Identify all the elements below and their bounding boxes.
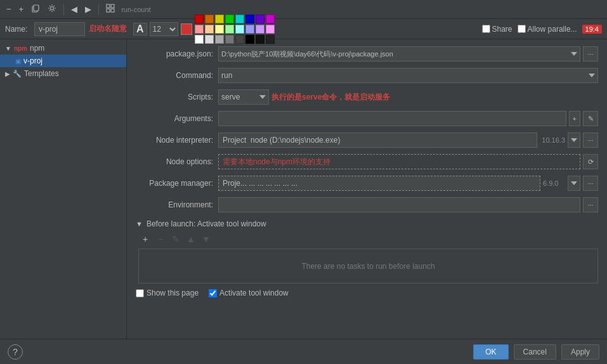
palette-color-12[interactable]: [225, 25, 234, 34]
node-options-btn[interactable]: ⟳: [583, 154, 598, 169]
environment-browse-btn[interactable]: ···: [583, 197, 598, 212]
palette-color-10[interactable]: [205, 25, 214, 34]
palette-color-1[interactable]: [195, 15, 204, 23]
svg-rect-5: [107, 9, 110, 12]
apply-button[interactable]: Apply: [561, 344, 599, 360]
palette-color-23[interactable]: [256, 35, 264, 44]
share-checkbox-label[interactable]: Share: [482, 25, 512, 34]
before-launch-remove-btn[interactable]: −: [153, 232, 167, 246]
toolbar-build-btn[interactable]: [103, 3, 117, 16]
palette-color-5[interactable]: [235, 15, 244, 23]
sidebar-item-vproj[interactable]: ▣ v-proj: [0, 55, 126, 67]
allow-parallel-checkbox[interactable]: [518, 25, 526, 33]
show-page-checkbox-label[interactable]: Show this page: [136, 289, 199, 297]
svg-rect-3: [107, 4, 110, 8]
show-page-checkbox[interactable]: [136, 289, 144, 297]
allow-parallel-checkbox-label[interactable]: Allow paralle...: [518, 25, 577, 34]
scripts-select[interactable]: serve: [218, 89, 269, 105]
package-json-select[interactable]: D:\python脱产10期视频\day66\代码\v-proj\package…: [218, 46, 580, 62]
environment-input-wrap: ···: [218, 197, 598, 212]
svg-rect-6: [111, 9, 114, 12]
activate-tool-checkbox-label[interactable]: Activate tool window: [209, 289, 289, 297]
pkg-version-badge: 6.9.0: [543, 179, 565, 187]
palette-color-6[interactable]: [245, 15, 254, 23]
palette-color-19[interactable]: [215, 35, 224, 44]
palette-color-24[interactable]: [266, 35, 275, 44]
node-interpreter-input[interactable]: [218, 133, 537, 148]
before-launch-toolbar: + − ✎ ▲ ▼: [136, 232, 598, 246]
node-options-wrap: [218, 154, 580, 169]
color-picker-box[interactable]: [181, 23, 192, 35]
before-launch-add-btn[interactable]: +: [138, 232, 152, 246]
palette-color-17[interactable]: [195, 35, 204, 44]
command-select[interactable]: run: [218, 68, 598, 83]
node-interpreter-dropdown[interactable]: [568, 133, 580, 148]
palette-color-16[interactable]: [266, 25, 275, 34]
palette-color-7[interactable]: [256, 15, 264, 23]
pkg-manager-browse-btn[interactable]: ···: [583, 176, 598, 191]
sidebar-templates-label: Templates: [24, 69, 59, 78]
scripts-label: Scripts:: [136, 93, 218, 101]
palette-color-11[interactable]: [215, 25, 224, 34]
font-size-select[interactable]: 12 10 14 16: [150, 22, 178, 36]
sidebar-item-templates[interactable]: ▶ 🔧 Templates: [0, 67, 126, 80]
node-interpreter-label: Node interpreter:: [136, 136, 218, 145]
node-options-input[interactable]: [218, 154, 580, 169]
palette-color-3[interactable]: [215, 15, 224, 23]
palette-color-21[interactable]: [235, 35, 244, 44]
environment-label: Environment:: [136, 200, 218, 209]
main-area: ▼ npm npm ▣ v-proj ▶ 🔧 Templates package…: [0, 39, 607, 339]
before-launch-arrow-icon[interactable]: ▼: [136, 220, 143, 228]
name-bar: Name: 启动名随意 A 12 10 14 16: [0, 19, 607, 39]
node-interpreter-browse-btn[interactable]: ···: [583, 133, 598, 148]
toolbar-settings-btn[interactable]: [45, 3, 59, 16]
package-json-label: package.json:: [136, 49, 218, 58]
arguments-input[interactable]: [218, 111, 566, 126]
scripts-select-wrap: serve 执行的是serve命令，就是启动服务: [218, 89, 598, 105]
scripts-row: Scripts: serve 执行的是serve命令，就是启动服务: [136, 89, 598, 105]
font-a-button[interactable]: A: [133, 23, 147, 36]
environment-input[interactable]: [218, 197, 580, 212]
palette-color-8[interactable]: [266, 15, 275, 23]
svg-rect-4: [111, 4, 114, 8]
sidebar-item-npm[interactable]: ▼ npm npm: [0, 42, 126, 55]
palette-color-9[interactable]: [195, 25, 204, 34]
palette-color-20[interactable]: [225, 35, 234, 44]
toolbar-forward-btn[interactable]: ▶: [82, 3, 94, 15]
name-input[interactable]: [34, 22, 85, 36]
package-json-browse-btn[interactable]: ···: [583, 46, 598, 62]
toolbar-copy-btn[interactable]: [29, 3, 42, 16]
ok-button[interactable]: OK: [473, 344, 508, 360]
help-button[interactable]: ?: [8, 344, 23, 360]
arguments-input-wrap: + ✎: [218, 111, 598, 126]
palette-color-4[interactable]: [225, 15, 234, 23]
palette-color-15[interactable]: [256, 25, 264, 34]
before-launch-edit-btn[interactable]: ✎: [169, 232, 183, 246]
arguments-add-btn[interactable]: +: [569, 111, 580, 126]
name-field-label: Name:: [5, 25, 30, 34]
action-buttons: OK Cancel Apply: [473, 344, 599, 360]
palette-color-14[interactable]: [245, 25, 254, 34]
palette-color-13[interactable]: [235, 25, 244, 34]
toolbar-minus-btn[interactable]: −: [4, 3, 14, 15]
time-badge: 19:4: [582, 25, 602, 34]
toolbar-back-btn[interactable]: ◀: [69, 3, 80, 15]
before-launch-down-btn[interactable]: ▼: [199, 232, 213, 246]
sidebar-vproj-label: v-proj: [23, 56, 42, 65]
palette-color-2[interactable]: [205, 15, 214, 23]
toolbar-plus-btn[interactable]: +: [16, 3, 27, 15]
share-checkbox[interactable]: [482, 25, 490, 33]
color-palette: [195, 15, 275, 44]
arguments-row: Arguments: + ✎: [136, 110, 598, 127]
cancel-button[interactable]: Cancel: [514, 344, 556, 360]
arguments-edit-btn[interactable]: ✎: [583, 111, 598, 126]
run-count-badge: run-count: [121, 6, 150, 13]
palette-color-22[interactable]: [245, 35, 254, 44]
node-version-badge: 10.16.3: [540, 136, 565, 144]
activate-tool-checkbox[interactable]: [209, 289, 217, 297]
pkg-manager-dropdown[interactable]: [568, 176, 580, 191]
templates-arrow-icon: ▶: [5, 70, 10, 77]
before-launch-up-btn[interactable]: ▲: [184, 232, 198, 246]
palette-color-18[interactable]: [205, 35, 214, 44]
package-manager-input[interactable]: [218, 176, 540, 191]
